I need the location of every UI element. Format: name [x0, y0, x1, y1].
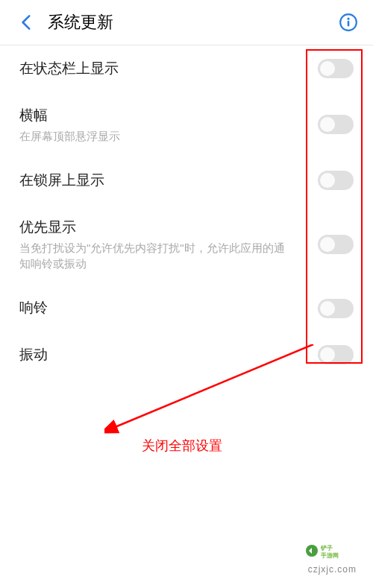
toggle-lockscreen[interactable] — [318, 171, 354, 190]
toggle-statusbar[interactable] — [318, 59, 354, 78]
setting-label: 在锁屏上显示 — [19, 171, 294, 191]
info-button[interactable] — [337, 11, 360, 34]
header: 系统更新 — [0, 0, 373, 45]
setting-row-ring: 响铃 — [0, 285, 373, 332]
setting-label: 响铃 — [19, 298, 294, 318]
arrow-left-icon — [17, 13, 37, 32]
watermark-logo-icon: 铲子 手游网 — [304, 542, 357, 560]
page-title: 系统更新 — [48, 11, 113, 34]
toggle-vibrate[interactable] — [318, 345, 354, 364]
info-icon — [339, 13, 358, 32]
annotation-text: 关闭全部设置 — [142, 437, 222, 455]
svg-rect-2 — [348, 21, 350, 27]
setting-row-banner: 横幅 在屏幕顶部悬浮显示 — [0, 92, 373, 158]
svg-text:铲子: 铲子 — [320, 545, 333, 551]
setting-row-vibrate: 振动 — [0, 332, 373, 379]
svg-point-1 — [347, 18, 349, 20]
settings-list: 在状态栏上显示 横幅 在屏幕顶部悬浮显示 在锁屏上显示 优先显示 当免打扰设为"… — [0, 45, 373, 379]
setting-row-statusbar: 在状态栏上显示 — [0, 45, 373, 92]
setting-row-priority: 优先显示 当免打扰设为"允许优先内容打扰"时，允许此应用的通知响铃或振动 — [0, 204, 373, 285]
watermark-url: czjxjc.com — [304, 564, 357, 575]
setting-label: 优先显示 — [19, 218, 294, 238]
setting-desc: 当免打扰设为"允许优先内容打扰"时，允许此应用的通知响铃或振动 — [19, 240, 294, 271]
toggle-ring[interactable] — [318, 299, 354, 318]
svg-text:手游网: 手游网 — [320, 552, 339, 559]
watermark: 铲子 手游网 czjxjc.com — [304, 542, 357, 575]
toggle-banner[interactable] — [318, 115, 354, 134]
setting-label: 振动 — [19, 345, 294, 365]
setting-label: 横幅 — [19, 106, 294, 126]
back-button[interactable] — [12, 7, 42, 37]
setting-row-lockscreen: 在锁屏上显示 — [0, 157, 373, 204]
setting-label: 在状态栏上显示 — [19, 59, 294, 79]
setting-desc: 在屏幕顶部悬浮显示 — [19, 128, 294, 144]
toggle-priority[interactable] — [318, 235, 354, 254]
